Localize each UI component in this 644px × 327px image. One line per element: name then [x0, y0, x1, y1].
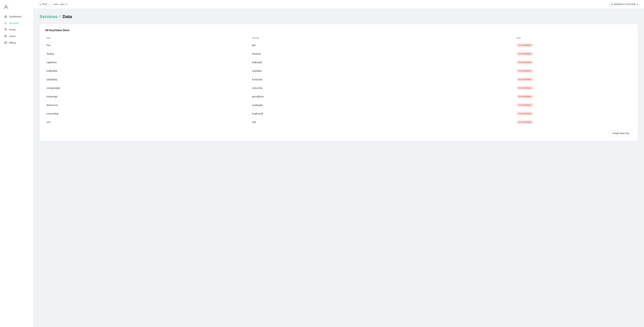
sidebar-item-billing[interactable]: Billing	[1, 39, 32, 46]
chevron-down-icon: ▾	[48, 3, 50, 5]
breadcrumb-separator: /	[59, 14, 62, 19]
col-key: KEY	[45, 36, 251, 41]
cell-key: vosogwwgdq	[45, 84, 251, 92]
env-label: TEST	[42, 3, 48, 5]
cell-tag: Not Modifiable	[515, 92, 632, 101]
account-icon: ●	[40, 3, 41, 6]
cell-value: kefjkzaqtf	[251, 58, 515, 67]
sidebar: Dashboard Services	[0, 0, 34, 327]
env-selector[interactable]: ● TEST ▾	[38, 2, 51, 6]
svg-line-9	[6, 29, 6, 30]
breadcrumb-data: Data	[62, 14, 72, 19]
cell-value: gycndjbcbv	[251, 92, 515, 101]
cell-tag: Not Modifiable	[515, 84, 632, 92]
cell-key: zdytqfxtpq	[45, 75, 251, 84]
cell-key: Testing	[45, 50, 251, 58]
cell-key: Foo	[45, 41, 251, 50]
not-modifiable-badge: Not Modifiable	[516, 120, 534, 124]
header: ● TEST ▾ mahn...dykn ⧉ MANIFEST KVSTORE …	[34, 0, 644, 9]
table-row[interactable]: cqptlotwcrkefjkzaqtfNot Modifiable	[45, 58, 632, 67]
cell-value: xnqvtblist	[251, 67, 515, 75]
table-body: FooBarNot ModifiableTestingRandomNot Mod…	[45, 41, 632, 127]
not-modifiable-badge: Not Modifiable	[516, 78, 534, 81]
table-row[interactable]: ostyascgtygycndjbcbvNot Modifiable	[45, 92, 632, 101]
table-row[interactable]: zdytqfxtpqfcxhjrzaqlNot Modifiable	[45, 75, 632, 84]
not-modifiable-badge: Not Modifiable	[516, 112, 534, 115]
table-header-row: KEY VALUE TAG	[45, 36, 632, 41]
sidebar-item-users[interactable]: Users	[1, 33, 32, 39]
users-icon	[4, 34, 7, 37]
not-modifiable-badge: Not Modifiable	[516, 52, 534, 56]
svg-line-8	[5, 29, 6, 30]
cell-key: cqptlotwcr	[45, 58, 251, 67]
table-row[interactable]: vosogwwgdqxzlixczrbqNot Modifiable	[45, 84, 632, 92]
content-area: Services / Data All Key/Value Store KEY …	[34, 9, 644, 327]
not-modifiable-badge: Not Modifiable	[516, 43, 534, 47]
kv-table: KEY VALUE TAG FooBarNot ModifiableTestin…	[45, 36, 632, 126]
not-modifiable-badge: Not Modifiable	[516, 103, 534, 107]
cell-value: bxqtfumafj	[251, 109, 515, 118]
cell-tag: Not Modifiable	[515, 109, 632, 118]
svg-rect-1	[4, 22, 7, 24]
table-header: KEY VALUE TAG	[45, 36, 632, 41]
table-row[interactable]: TestingRandomNot Modifiable	[45, 50, 632, 58]
sidebar-item-dashboard-label: Dashboard	[9, 15, 21, 18]
breadcrumb-services[interactable]: Services	[40, 14, 58, 19]
cell-tag: Not Modifiable	[515, 101, 632, 109]
cell-value: Random	[251, 50, 515, 58]
cell-tag: Not Modifiable	[515, 58, 632, 67]
sidebar-item-dashboard[interactable]: Dashboard	[1, 13, 32, 19]
copy-id-container: mahn...dykn ⧉	[53, 3, 68, 6]
sidebar-item-users-label: Users	[9, 35, 16, 37]
flows-icon	[4, 28, 7, 31]
header-right: MANIFEST KVSTORE ▾	[609, 2, 640, 6]
not-modifiable-badge: Not Modifiable	[516, 69, 534, 73]
sidebar-item-services[interactable]: Services	[1, 20, 32, 26]
cell-key: bbxlvnruns	[45, 101, 251, 109]
col-value: VALUE	[251, 36, 515, 41]
cell-key: tzdfqnkibb	[45, 67, 251, 75]
kv-store-card: All Key/Value Store KEY VALUE TAG FooBar…	[40, 24, 638, 141]
status-dot	[611, 4, 613, 5]
main-area: ● TEST ▾ mahn...dykn ⧉ MANIFEST KVSTORE …	[34, 0, 644, 327]
cell-value: Bar	[251, 41, 515, 50]
col-tag: TAG	[515, 36, 632, 41]
cell-tag: Not Modifiable	[515, 67, 632, 75]
store-chevron-icon: ▾	[636, 3, 638, 5]
create-new-key-button[interactable]: Create New Key	[609, 130, 632, 136]
billing-icon	[4, 41, 7, 44]
not-modifiable-badge: Not Modifiable	[516, 60, 534, 64]
cell-tag: Not Modifiable	[515, 41, 632, 50]
cell-value: xzlixczrbq	[251, 84, 515, 92]
page-title: Services / Data	[40, 14, 638, 19]
logo-icon	[3, 4, 9, 10]
copy-icon[interactable]: ⧉	[66, 3, 68, 6]
store-label: MANIFEST KVSTORE	[614, 3, 636, 5]
card-title: All Key/Value Store	[45, 29, 632, 32]
cell-key: 123	[45, 118, 251, 127]
table-row[interactable]: FooBarNot Modifiable	[45, 41, 632, 50]
cell-key: ostyascgty	[45, 92, 251, 101]
store-selector[interactable]: MANIFEST KVSTORE ▾	[609, 2, 640, 6]
sidebar-nav: Dashboard Services	[0, 13, 33, 46]
table-row[interactable]: bbxlvnrunsyuaikqxjwrNot Modifiable	[45, 101, 632, 109]
table-row[interactable]: 123456Not Modifiable	[45, 118, 632, 127]
sidebar-item-flows[interactable]: Flows	[1, 26, 32, 33]
cell-value: fcxhjrzaql	[251, 75, 515, 84]
svg-point-10	[5, 35, 6, 36]
cell-value: 456	[251, 118, 515, 127]
table-row[interactable]: croeuvidwgbxqtfumafjNot Modifiable	[45, 109, 632, 118]
table-row[interactable]: tzdfqnkibbxnqvtblistNot Modifiable	[45, 67, 632, 75]
cell-tag: Not Modifiable	[515, 118, 632, 127]
copy-id-text: mahn...dykn	[53, 3, 65, 5]
not-modifiable-badge: Not Modifiable	[516, 95, 534, 98]
svg-rect-11	[4, 42, 7, 43]
cell-key: croeuvidwg	[45, 109, 251, 118]
cell-tag: Not Modifiable	[515, 50, 632, 58]
create-key-row: Create New Key	[45, 130, 632, 136]
home-icon	[4, 15, 7, 18]
cell-tag: Not Modifiable	[515, 75, 632, 84]
not-modifiable-badge: Not Modifiable	[516, 86, 534, 90]
logo	[0, 2, 33, 13]
cell-value: yuaikqxjwr	[251, 101, 515, 109]
